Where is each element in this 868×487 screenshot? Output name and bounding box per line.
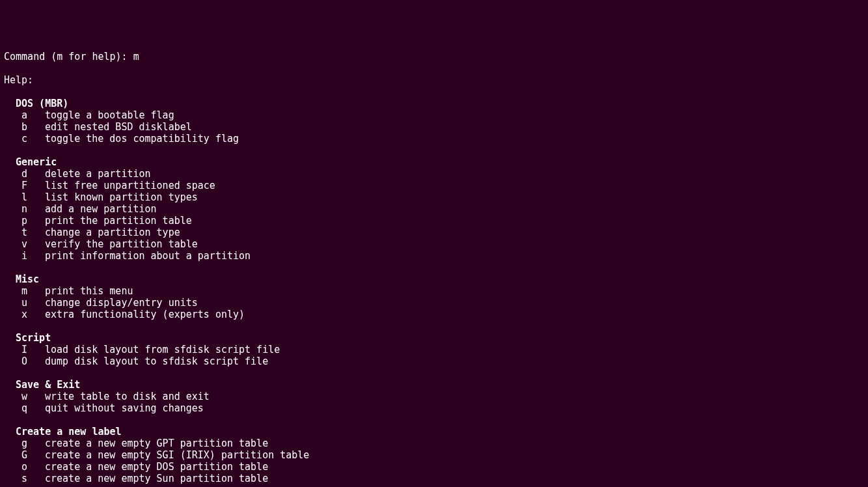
terminal-output[interactable]: Command (m for help): mHelp:DOS (MBR)ato… bbox=[4, 51, 864, 487]
command-description: verify the partition table bbox=[45, 238, 198, 250]
command-item: Gcreate a new empty SGI (IRIX) partition… bbox=[4, 449, 864, 461]
command-key: b bbox=[21, 121, 45, 133]
command-description: print information about a partition bbox=[45, 250, 251, 262]
command-description: change display/entry units bbox=[45, 297, 198, 309]
command-key: d bbox=[21, 168, 45, 180]
prompt-input: m bbox=[133, 51, 139, 63]
command-description: load disk layout from sfdisk script file bbox=[45, 344, 280, 355]
command-item: nadd a new partition bbox=[4, 203, 864, 215]
command-item: Odump disk layout to sfdisk script file bbox=[4, 355, 864, 367]
command-description: change a partition type bbox=[45, 227, 180, 238]
command-item: iprint information about a partition bbox=[4, 250, 864, 262]
prompt-label: Command (m for help): bbox=[4, 51, 133, 63]
command-item: gcreate a new empty GPT partition table bbox=[4, 438, 864, 449]
command-key: o bbox=[21, 461, 45, 473]
command-description: print this menu bbox=[45, 285, 133, 297]
command-description: create a new empty GPT partition table bbox=[45, 438, 268, 449]
command-item: pprint the partition table bbox=[4, 215, 864, 227]
command-item: tchange a partition type bbox=[4, 227, 864, 238]
help-section: Save & Exitwwrite table to disk and exit… bbox=[4, 379, 864, 414]
command-key: v bbox=[21, 238, 45, 250]
command-description: delete a partition bbox=[45, 168, 151, 180]
help-section: Genericddelete a partitionFlist free unp… bbox=[4, 156, 864, 262]
section-title: DOS (MBR) bbox=[4, 98, 864, 109]
command-key: G bbox=[21, 449, 45, 461]
command-key: F bbox=[21, 180, 45, 191]
command-description: create a new empty DOS partition table bbox=[45, 461, 268, 473]
help-section: ScriptIload disk layout from sfdisk scri… bbox=[4, 332, 864, 367]
command-item: wwrite table to disk and exit bbox=[4, 391, 864, 402]
command-key: i bbox=[21, 250, 45, 262]
command-description: extra functionality (experts only) bbox=[45, 309, 245, 320]
help-section: DOS (MBR)atoggle a bootable flagbedit ne… bbox=[4, 98, 864, 145]
command-item: mprint this menu bbox=[4, 285, 864, 297]
command-key: s bbox=[21, 473, 45, 484]
command-description: create a new empty SGI (IRIX) partition … bbox=[45, 449, 309, 461]
command-description: toggle the dos compatibility flag bbox=[45, 133, 239, 145]
section-title: Create a new label bbox=[4, 426, 864, 438]
command-key: u bbox=[21, 297, 45, 309]
help-header: Help: bbox=[4, 74, 864, 86]
command-description: dump disk layout to sfdisk script file bbox=[45, 355, 268, 367]
help-section: Create a new labelgcreate a new empty GP… bbox=[4, 426, 864, 484]
command-item: screate a new empty Sun partition table bbox=[4, 473, 864, 484]
command-item: bedit nested BSD disklabel bbox=[4, 121, 864, 133]
help-section: Miscmprint this menuuchange display/entr… bbox=[4, 273, 864, 320]
command-description: print the partition table bbox=[45, 215, 192, 227]
command-description: list known partition types bbox=[45, 191, 198, 203]
command-description: quit without saving changes bbox=[45, 402, 204, 414]
command-item: qquit without saving changes bbox=[4, 402, 864, 414]
command-key: c bbox=[21, 133, 45, 145]
command-key: I bbox=[21, 344, 45, 355]
section-title: Script bbox=[4, 332, 864, 344]
command-item: ddelete a partition bbox=[4, 168, 864, 180]
command-item: ocreate a new empty DOS partition table bbox=[4, 461, 864, 473]
command-description: list free unpartitioned space bbox=[45, 180, 215, 191]
command-prompt-1: Command (m for help): m bbox=[4, 51, 864, 63]
command-key: t bbox=[21, 227, 45, 238]
command-item: Flist free unpartitioned space bbox=[4, 180, 864, 191]
section-title: Misc bbox=[4, 273, 864, 285]
command-description: write table to disk and exit bbox=[45, 391, 210, 402]
section-title: Save & Exit bbox=[4, 379, 864, 391]
command-key: x bbox=[21, 309, 45, 320]
command-key: m bbox=[21, 285, 45, 297]
command-item: uchange display/entry units bbox=[4, 297, 864, 309]
command-key: q bbox=[21, 402, 45, 414]
command-item: llist known partition types bbox=[4, 191, 864, 203]
command-key: O bbox=[21, 355, 45, 367]
command-description: create a new empty Sun partition table bbox=[45, 473, 268, 484]
command-item: ctoggle the dos compatibility flag bbox=[4, 133, 864, 145]
command-item: atoggle a bootable flag bbox=[4, 109, 864, 121]
command-item: vverify the partition table bbox=[4, 238, 864, 250]
command-item: xextra functionality (experts only) bbox=[4, 309, 864, 320]
command-key: p bbox=[21, 215, 45, 227]
command-key: a bbox=[21, 109, 45, 121]
command-description: edit nested BSD disklabel bbox=[45, 121, 192, 133]
command-key: w bbox=[21, 391, 45, 402]
command-key: g bbox=[21, 438, 45, 449]
command-key: n bbox=[21, 203, 45, 215]
command-item: Iload disk layout from sfdisk script fil… bbox=[4, 344, 864, 355]
command-description: toggle a bootable flag bbox=[45, 109, 174, 121]
command-description: add a new partition bbox=[45, 203, 157, 215]
command-key: l bbox=[21, 191, 45, 203]
section-title: Generic bbox=[4, 156, 864, 168]
